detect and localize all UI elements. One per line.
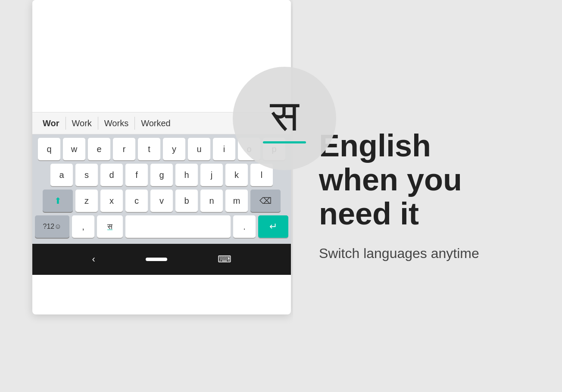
key-q[interactable]: q	[38, 138, 60, 160]
nav-back-icon[interactable]: ‹	[92, 254, 95, 265]
enter-icon	[269, 221, 277, 232]
key-enter[interactable]	[258, 215, 288, 238]
popup-hindi-char: स	[270, 94, 299, 137]
key-a[interactable]: a	[50, 164, 73, 186]
key-space[interactable]	[125, 215, 231, 238]
right-panel: English when you need it Switch language…	[293, 0, 562, 392]
key-x[interactable]: x	[100, 190, 123, 212]
key-k[interactable]: k	[225, 164, 248, 186]
hindi-char-popup: स	[233, 67, 336, 170]
key-g[interactable]: g	[150, 164, 173, 186]
shift-arrow-icon	[54, 196, 62, 206]
key-i[interactable]: i	[213, 138, 235, 160]
key-shift[interactable]	[43, 190, 73, 212]
heading-line1: English	[319, 128, 431, 163]
key-t[interactable]: t	[138, 138, 160, 160]
keyboard-row-4: ?12☺ , स .	[35, 215, 288, 238]
popup-underline	[263, 141, 306, 143]
suggestion-works[interactable]: Works	[98, 115, 134, 132]
suggestion-worked[interactable]: Worked	[135, 115, 177, 132]
key-period[interactable]: .	[233, 215, 256, 238]
key-w[interactable]: w	[63, 138, 85, 160]
nav-home-button[interactable]	[146, 258, 167, 261]
key-hindi[interactable]: स	[97, 215, 123, 238]
key-f[interactable]: f	[125, 164, 148, 186]
key-u[interactable]: u	[188, 138, 210, 160]
main-heading: English when you need it	[319, 129, 545, 231]
key-s[interactable]: s	[75, 164, 98, 186]
nav-keyboard-icon[interactable]: ⌨	[218, 254, 231, 265]
heading-line3: need it	[319, 196, 419, 231]
suggestion-wor[interactable]: Wor	[37, 115, 66, 132]
keyboard-row-2: a s d f g h j k l	[35, 164, 288, 186]
nav-bar: ‹ ⌨	[32, 244, 291, 275]
key-n[interactable]: n	[200, 190, 223, 212]
key-z[interactable]: z	[75, 190, 98, 212]
key-b[interactable]: b	[175, 190, 198, 212]
suggestion-work[interactable]: Work	[66, 115, 98, 132]
key-r[interactable]: r	[113, 138, 135, 160]
key-j[interactable]: j	[200, 164, 223, 186]
key-d[interactable]: d	[100, 164, 123, 186]
delete-icon	[259, 196, 272, 206]
left-panel: Wor Work Works Worked q w e r t y u i o …	[0, 0, 293, 392]
sub-heading: Switch languages anytime	[319, 244, 545, 263]
key-h[interactable]: h	[175, 164, 198, 186]
key-e[interactable]: e	[88, 138, 110, 160]
keyboard-row-3: z x c v b n m	[35, 190, 288, 212]
key-comma[interactable]: ,	[72, 215, 94, 238]
key-v[interactable]: v	[150, 190, 173, 212]
key-delete[interactable]	[250, 190, 281, 212]
key-m[interactable]: m	[225, 190, 248, 212]
key-y[interactable]: y	[163, 138, 185, 160]
heading-line2: when you	[319, 162, 462, 197]
key-c[interactable]: c	[125, 190, 148, 212]
key-nums[interactable]: ?12☺	[35, 215, 69, 238]
